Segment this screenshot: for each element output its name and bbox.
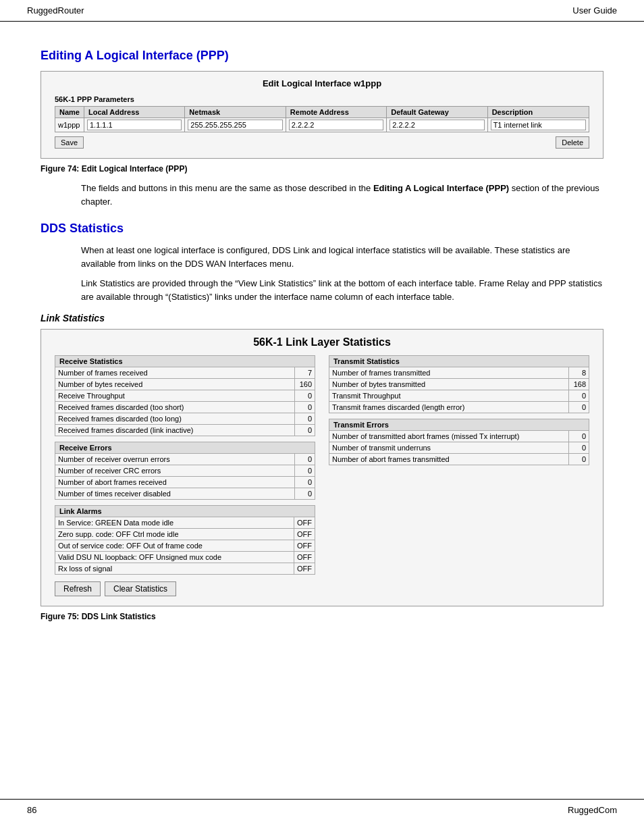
row-value: 0 [295, 425, 315, 436]
ppp-desc-input [491, 120, 586, 130]
row-label: Received frames discarded (link inactive… [55, 425, 295, 436]
row-value: OFF [294, 552, 315, 563]
row-value: OFF [294, 517, 315, 529]
ppp-col-remote: Remote Address [286, 107, 386, 118]
delete-button[interactable]: Delete [556, 136, 589, 149]
row-label: Number of abort frames received [55, 477, 295, 488]
ppp-table-row: w1ppp [55, 118, 589, 132]
table-row: Rx loss of signalOFF [55, 563, 315, 575]
row-label: Number of frames received [55, 367, 295, 379]
table-row: Number of frames received7 [55, 367, 315, 379]
body1-bold: Editing A Logical Interface (PPP) [373, 183, 509, 193]
ppp-netmask-input [188, 120, 282, 130]
transmit-stats-table: Transmit Statistics Number of frames tra… [329, 355, 589, 413]
receive-stats-header: Receive Statistics [55, 356, 315, 367]
row-value: 0 [569, 431, 589, 442]
right-panel: Transmit Statistics Number of frames tra… [329, 355, 589, 575]
ppp-table: Name Local Address Netmask Remote Addres… [55, 106, 589, 132]
table-row: Transmit frames discarded (length error)… [329, 402, 589, 413]
table-row: Number of transmitted abort frames (miss… [329, 431, 589, 442]
section2-heading: DDS Statistics [41, 221, 603, 236]
row-value: 0 [569, 390, 589, 402]
row-value: 0 [295, 413, 315, 425]
ppp-local-address[interactable] [84, 118, 184, 132]
table-row: Number of frames transmitted8 [329, 367, 589, 379]
figure2-caption: Figure 75: DDS Link Statistics [41, 612, 603, 621]
table-row: Transmit Throughput0 [329, 390, 589, 402]
save-button[interactable]: Save [55, 136, 84, 149]
stats-grid: Receive Statistics Number of frames rece… [55, 355, 589, 575]
table-row: In Service: GREEN Data mode idleOFF [55, 517, 315, 529]
table-row: Received frames discarded (link inactive… [55, 425, 315, 436]
row-label: Number of bytes transmitted [329, 379, 569, 390]
table-row: Zero supp. code: OFF Ctrl mode idleOFF [55, 529, 315, 540]
header-right: User Guide [572, 5, 617, 16]
table-row: Number of bytes received160 [55, 379, 315, 390]
transmit-errors-header: Transmit Errors [329, 419, 589, 431]
ppp-col-local: Local Address [84, 107, 184, 118]
page-footer: 86 RuggedCom [0, 799, 644, 820]
section1-heading: Editing A Logical Interface (PPP) [41, 49, 603, 63]
section2-body2: Link Statistics are provided through the… [81, 277, 603, 303]
row-value: OFF [294, 529, 315, 540]
ppp-col-netmask: Netmask [185, 107, 286, 118]
ppp-col-desc: Description [487, 107, 589, 118]
transmit-errors-table: Transmit Errors Number of transmitted ab… [329, 419, 589, 465]
row-value: 0 [295, 477, 315, 488]
row-label: Number of frames transmitted [329, 367, 569, 379]
ppp-description[interactable] [487, 118, 589, 132]
main-content: Editing A Logical Interface (PPP) Edit L… [0, 22, 644, 670]
row-value: 160 [295, 379, 315, 390]
row-value: 0 [295, 465, 315, 477]
row-value: 0 [569, 442, 589, 454]
row-value: 168 [569, 379, 589, 390]
section2-body1: When at least one logical interface is c… [81, 244, 603, 270]
row-label: Zero supp. code: OFF Ctrl mode idle [55, 529, 294, 540]
row-label: Receive Throughput [55, 390, 295, 402]
row-label: Out of service code: OFF Out of frame co… [55, 540, 294, 552]
ppp-local-input [87, 120, 182, 130]
ppp-col-name: Name [55, 107, 84, 118]
link-alarms-header: Link Alarms [55, 506, 315, 517]
header-left: RuggedRouter [27, 5, 84, 16]
ppp-buttons: Save Delete [55, 136, 589, 149]
table-row: Number of receiver CRC errors0 [55, 465, 315, 477]
ppp-gateway[interactable] [387, 118, 487, 132]
table-row: Number of bytes transmitted168 [329, 379, 589, 390]
page-number: 86 [27, 805, 36, 815]
refresh-button[interactable]: Refresh [55, 581, 101, 596]
row-label: Number of receiver overrun errors [55, 454, 295, 465]
stats-title: 56K-1 Link Layer Statistics [55, 336, 589, 348]
table-row: Number of transmit underruns0 [329, 442, 589, 454]
table-row: Received frames discarded (too long)0 [55, 413, 315, 425]
row-value: 7 [295, 367, 315, 379]
ppp-remote-address[interactable] [286, 118, 386, 132]
row-value: 0 [569, 454, 589, 465]
table-row: Number of times receiver disabled0 [55, 488, 315, 500]
transmit-stats-header: Transmit Statistics [329, 356, 589, 367]
receive-stats-table: Receive Statistics Number of frames rece… [55, 355, 315, 436]
row-value: 0 [295, 488, 315, 500]
ppp-netmask[interactable] [185, 118, 286, 132]
ppp-section-label: 56K-1 PPP Parameters [55, 95, 589, 103]
table-row: Receive Throughput0 [55, 390, 315, 402]
clear-statistics-button[interactable]: Clear Statistics [105, 581, 176, 596]
receive-errors-table: Receive Errors Number of receiver overru… [55, 442, 315, 500]
row-label: Number of bytes received [55, 379, 295, 390]
table-row: Number of receiver overrun errors0 [55, 454, 315, 465]
row-label: Transmit Throughput [329, 390, 569, 402]
row-label: Received frames discarded (too long) [55, 413, 295, 425]
ppp-name: w1ppp [55, 118, 84, 132]
row-value: 0 [569, 402, 589, 413]
row-label: Rx loss of signal [55, 563, 294, 575]
row-label: Valid DSU NL loopback: OFF Unsigned mux … [55, 552, 294, 563]
row-value: 8 [569, 367, 589, 379]
table-row: Received frames discarded (too short)0 [55, 402, 315, 413]
row-value: OFF [294, 540, 315, 552]
figure1-caption: Figure 74: Edit Logical Interface (PPP) [41, 164, 603, 174]
table-row: Out of service code: OFF Out of frame co… [55, 540, 315, 552]
stats-figure: 56K-1 Link Layer Statistics Receive Stat… [41, 329, 603, 606]
row-label: Number of transmit underruns [329, 442, 569, 454]
figure1-box: Edit Logical Interface w1ppp 56K-1 PPP P… [41, 71, 603, 159]
page-header: RuggedRouter User Guide [0, 0, 644, 22]
